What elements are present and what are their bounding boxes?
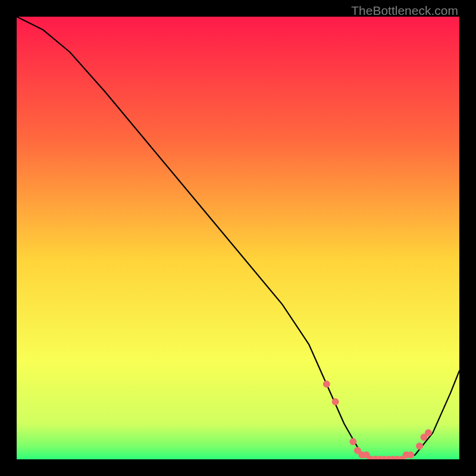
data-marker xyxy=(332,399,339,405)
data-marker xyxy=(408,452,414,458)
attribution-text: TheBottleneck.com xyxy=(351,4,458,18)
bottleneck-curve xyxy=(17,17,459,459)
chart-container: TheBottleneck.com xyxy=(0,0,476,476)
data-marker xyxy=(350,439,356,445)
data-marker xyxy=(416,443,423,449)
data-marker xyxy=(323,381,330,387)
plot-area xyxy=(17,17,459,459)
data-marker xyxy=(425,430,431,436)
